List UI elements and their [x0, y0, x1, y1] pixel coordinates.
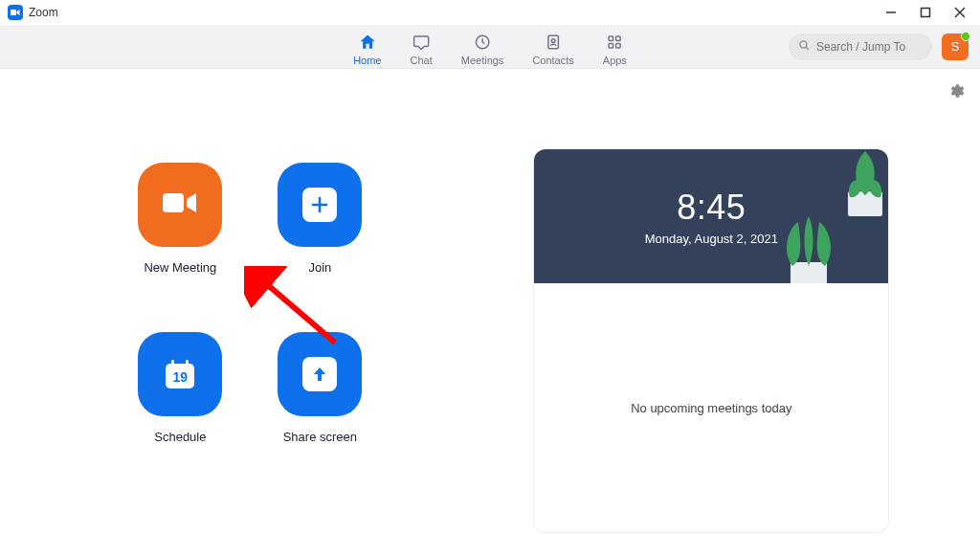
tab-home[interactable]: Home — [353, 28, 381, 66]
tab-label: Chat — [410, 55, 432, 66]
window-controls — [884, 6, 972, 19]
calendar-icon: 19 — [162, 356, 198, 392]
svg-point-7 — [551, 38, 555, 42]
chat-icon — [411, 32, 432, 53]
action-label: Schedule — [154, 430, 206, 444]
close-button[interactable] — [953, 6, 967, 19]
calendar-card: 8:45 Monday, August 2, 2021 No upcoming … — [534, 149, 888, 532]
window-title: Zoom — [29, 6, 884, 19]
svg-line-13 — [806, 47, 809, 50]
titlebar: Zoom — [0, 0, 980, 25]
svg-point-12 — [800, 40, 807, 47]
tab-chat[interactable]: Chat — [410, 28, 432, 66]
svg-rect-10 — [609, 43, 613, 48]
plant-decoration-icon — [844, 149, 886, 216]
schedule-action[interactable]: 19 Schedule — [138, 332, 222, 444]
clock-time: 8:45 — [677, 188, 746, 228]
svg-rect-14 — [163, 193, 184, 212]
plus-icon — [302, 188, 337, 222]
tab-label: Contacts — [532, 55, 573, 66]
tab-label: Home — [353, 55, 381, 66]
apps-icon — [604, 32, 625, 53]
share-screen-action[interactable]: Share screen — [278, 332, 362, 444]
action-grid: New Meeting Join 19 Schedule — [138, 163, 362, 444]
meetings-empty-state: No upcoming meetings today — [534, 283, 888, 532]
action-label: New Meeting — [144, 260, 216, 275]
contacts-icon — [543, 32, 564, 53]
share-screen-button[interactable] — [278, 332, 362, 416]
new-meeting-button[interactable] — [138, 163, 222, 247]
home-icon — [357, 32, 378, 53]
search-input[interactable] — [816, 40, 923, 54]
plant-decoration-icon — [783, 216, 835, 283]
nav-tabs: Home Chat Meetings Contacts Apps — [353, 28, 627, 66]
zoom-logo-icon — [8, 5, 23, 20]
svg-rect-8 — [609, 36, 613, 41]
tab-apps[interactable]: Apps — [603, 28, 627, 66]
join-action[interactable]: Join — [278, 163, 362, 275]
svg-rect-18 — [171, 360, 174, 367]
search-icon — [798, 38, 811, 56]
minimize-button[interactable] — [884, 6, 898, 19]
svg-rect-2 — [922, 9, 930, 17]
tab-meetings[interactable]: Meetings — [461, 28, 504, 66]
action-label: Join — [308, 260, 331, 275]
empty-text: No upcoming meetings today — [631, 401, 791, 415]
search-box[interactable] — [789, 33, 932, 60]
actions-panel: New Meeting Join 19 Schedule — [29, 107, 472, 555]
avatar[interactable]: S — [942, 33, 969, 60]
svg-rect-11 — [616, 43, 621, 48]
schedule-button[interactable]: 19 — [138, 332, 222, 416]
info-panel: 8:45 Monday, August 2, 2021 No upcoming … — [472, 107, 951, 555]
tab-label: Meetings — [461, 55, 504, 66]
tab-contacts[interactable]: Contacts — [532, 28, 573, 66]
new-meeting-action[interactable]: New Meeting — [138, 163, 222, 275]
tab-label: Apps — [603, 55, 627, 66]
settings-button[interactable] — [947, 82, 965, 103]
main-content: New Meeting Join 19 Schedule — [0, 69, 980, 555]
card-header: 8:45 Monday, August 2, 2021 — [534, 149, 888, 283]
video-icon — [160, 188, 200, 222]
calendar-day: 19 — [162, 369, 198, 385]
arrow-up-icon — [302, 357, 337, 391]
svg-rect-0 — [11, 10, 16, 15]
svg-rect-9 — [616, 36, 621, 41]
navbar: Home Chat Meetings Contacts Apps S — [0, 25, 980, 69]
clock-date: Monday, August 2, 2021 — [645, 232, 778, 246]
maximize-button[interactable] — [919, 6, 932, 19]
action-label: Share screen — [283, 430, 357, 444]
svg-rect-19 — [186, 360, 189, 367]
join-button[interactable] — [278, 163, 362, 247]
clock-icon — [472, 32, 493, 53]
